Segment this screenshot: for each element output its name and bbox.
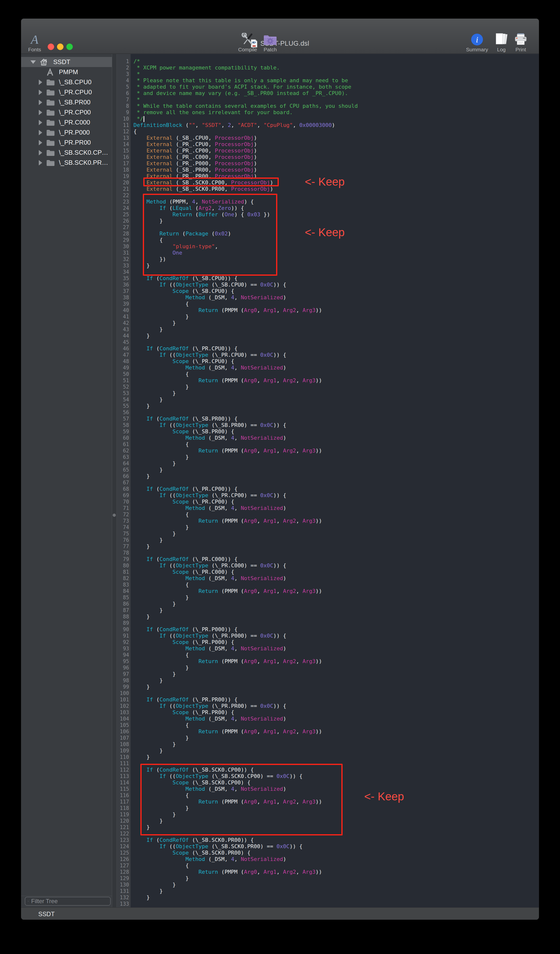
maciasl-window: SSDT-PLUG.dsl A Fonts Compile [21,19,539,920]
sidebar-item-pr-cp00[interactable]: \_PR.CP00 [21,107,112,117]
patch-button[interactable]: Patch [252,33,289,53]
content-area: SSDT PMPM \_SB.CPU0 [21,54,539,907]
fonts-label: Fonts [21,47,53,53]
sidebar-item-sb-sck0-pr00[interactable]: \_SB.SCK0.PR… [21,157,112,168]
sidebar-item-pr-pr00[interactable]: \_PR.PR00 [21,137,112,148]
folder-icon [46,129,54,136]
sidebar-item-ssdt-root[interactable]: SSDT [21,57,112,67]
summary-info-icon: i [471,33,483,46]
status-path: SSDT [38,910,55,918]
tree-item-label: \_PR.CPU0 [59,88,92,96]
folder-icon [46,119,54,126]
code-lines: /* * XCPM power management compatibility… [134,58,358,907]
split-divider-handle[interactable] [113,514,116,517]
fonts-button[interactable]: A Fonts [21,33,53,53]
disclosure-triangle-icon[interactable] [39,90,42,95]
tree-item-label: PMPM [59,68,78,76]
sidebar-item-pr-c000[interactable]: \_PR.C000 [21,117,112,128]
disclosure-triangle-icon[interactable] [39,140,42,145]
disclosure-triangle-icon[interactable] [30,61,36,64]
folder-icon [46,159,54,166]
tree-item-label: \_SB.CPU0 [59,78,92,86]
folder-icon [46,109,54,116]
fonts-icon: A [31,33,39,46]
print-label: Print [502,47,539,53]
filter-tree-input[interactable] [31,898,108,905]
sidebar-item-pr-p000[interactable]: \_PR.P000 [21,128,112,137]
svg-text:i: i [476,35,478,44]
folder-icon [46,79,54,86]
patch-label: Patch [252,47,289,53]
sidebar-item-pmpm[interactable]: PMPM [21,67,112,77]
folder-icon [46,139,54,146]
folder-icon [46,149,54,156]
print-icon [514,33,527,46]
disclosure-triangle-icon[interactable] [39,80,42,85]
split-divider[interactable] [112,54,117,907]
print-button[interactable]: Print [502,33,539,53]
sidebar-item-sb-cpu0[interactable]: \_SB.CPU0 [21,77,112,87]
patch-folder-icon [263,34,277,46]
line-number-gutter: 1234567891011121314151617181920212223242… [117,54,131,907]
tree-item-label: \_SB.PR00 [59,98,90,106]
disclosure-triangle-icon[interactable] [39,110,42,115]
tree-item-label: \_PR.C000 [59,118,90,126]
sidebar-filter-separator [21,896,112,896]
tree-item-label: SSDT [53,58,70,66]
tree-item-label: \_SB.SCK0.CP… [59,149,108,156]
code-editor[interactable]: 1234567891011121314151617181920212223242… [117,54,539,907]
method-icon [46,68,54,76]
sidebar-item-pr-cpu0[interactable]: \_PR.CPU0 [21,87,112,97]
folder-icon [46,99,54,106]
tree-item-label: \_SB.SCK0.PR… [59,159,108,167]
tree-item-label: \_PR.PR00 [59,139,91,146]
tree-item-label: \_PR.P000 [59,129,90,136]
tree-item-label: \_PR.CP00 [59,109,91,116]
sidebar-item-sb-sck0-cp00[interactable]: \_SB.SCK0.CP… [21,148,112,157]
disclosure-triangle-icon[interactable] [39,100,42,105]
filter-tree-field[interactable] [25,897,110,906]
disclosure-triangle-icon[interactable] [39,160,42,165]
home-icon [39,58,48,66]
status-bar: SSDT [21,907,539,920]
folder-icon [46,89,54,96]
disclosure-triangle-icon[interactable] [39,130,42,135]
search-icon [28,898,29,904]
sidebar-tree: SSDT PMPM \_SB.CPU0 [21,54,112,907]
keep-annotation-label: <- Keep [364,790,404,803]
disclosure-triangle-icon[interactable] [39,120,42,125]
disclosure-triangle-icon[interactable] [39,150,42,155]
window-chrome: SSDT-PLUG.dsl A Fonts Compile [21,19,539,54]
sidebar-item-sb-pr00[interactable]: \_SB.PR00 [21,97,112,107]
